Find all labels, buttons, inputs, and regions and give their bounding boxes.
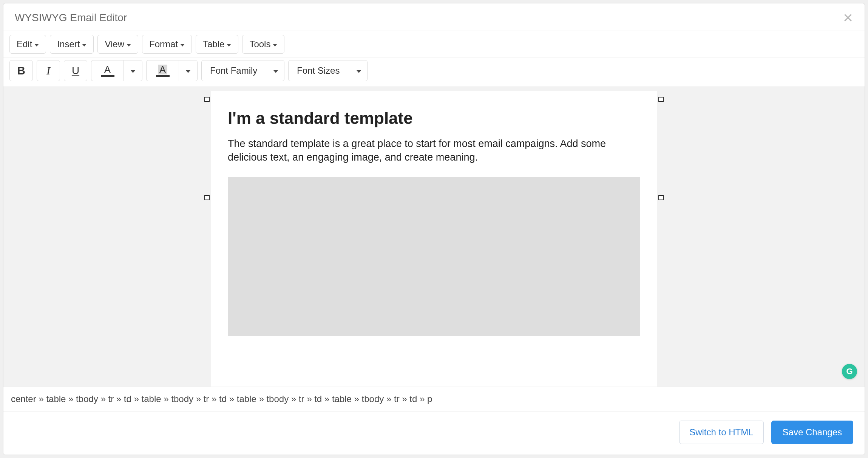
bg-color-icon: A bbox=[156, 65, 170, 77]
menu-table[interactable]: Table bbox=[196, 35, 238, 54]
text-color-icon: A bbox=[101, 65, 114, 77]
underline-icon: U bbox=[72, 65, 79, 77]
modal-header: WYSIWYG Email Editor bbox=[3, 3, 865, 31]
caret-down-icon bbox=[273, 44, 277, 46]
caret-down-icon bbox=[227, 44, 231, 46]
menu-edit-label: Edit bbox=[17, 39, 32, 50]
caret-down-icon bbox=[273, 70, 278, 73]
modal-title: WYSIWYG Email Editor bbox=[15, 12, 843, 24]
selection-handle-tl[interactable] bbox=[204, 97, 210, 102]
text-color-split: A bbox=[91, 60, 142, 81]
menu-edit[interactable]: Edit bbox=[9, 35, 46, 54]
close-icon bbox=[843, 13, 853, 23]
bg-color-dropdown[interactable] bbox=[179, 60, 198, 81]
menu-format[interactable]: Format bbox=[142, 35, 192, 54]
menu-view[interactable]: View bbox=[97, 35, 138, 54]
document-paragraph[interactable]: The standard template is a great place t… bbox=[228, 137, 640, 164]
bg-color-button[interactable]: A bbox=[146, 60, 179, 81]
selection-handle-bl[interactable] bbox=[204, 195, 210, 200]
menu-tools-label: Tools bbox=[249, 39, 270, 50]
selection-handle-br[interactable] bbox=[658, 195, 664, 200]
text-color-button[interactable]: A bbox=[91, 60, 124, 81]
bg-color-split: A bbox=[146, 60, 198, 81]
close-button[interactable] bbox=[843, 12, 853, 23]
editor-canvas[interactable]: I'm a standard template The standard tem… bbox=[3, 87, 865, 387]
font-family-label: Font Family bbox=[210, 65, 257, 76]
caret-down-icon bbox=[82, 44, 86, 46]
caret-down-icon bbox=[180, 44, 185, 46]
modal-footer: Switch to HTML Save Changes bbox=[3, 411, 865, 455]
menu-insert[interactable]: Insert bbox=[50, 35, 94, 54]
caret-down-icon bbox=[34, 44, 39, 46]
italic-button[interactable]: I bbox=[37, 60, 60, 81]
bold-button[interactable]: B bbox=[9, 60, 33, 81]
element-path-bar[interactable]: center » table » tbody » tr » td » table… bbox=[3, 387, 865, 411]
menu-insert-label: Insert bbox=[57, 39, 80, 50]
format-toolbar: B I U A A bbox=[3, 58, 865, 87]
menu-table-label: Table bbox=[203, 39, 224, 50]
caret-down-icon bbox=[357, 70, 361, 73]
menu-view-label: View bbox=[105, 39, 124, 50]
menubar: Edit Insert View Format Table Tools bbox=[3, 31, 865, 58]
grammarly-badge[interactable]: G bbox=[842, 364, 857, 379]
bold-icon: B bbox=[17, 64, 25, 77]
save-changes-button[interactable]: Save Changes bbox=[771, 421, 853, 444]
selection-handle-tr[interactable] bbox=[658, 97, 664, 102]
image-placeholder[interactable] bbox=[228, 177, 640, 336]
font-size-select[interactable]: Font Sizes bbox=[288, 60, 368, 81]
switch-to-html-button[interactable]: Switch to HTML bbox=[679, 421, 763, 444]
grammarly-icon: G bbox=[846, 367, 853, 376]
font-size-label: Font Sizes bbox=[297, 65, 340, 76]
email-document[interactable]: I'm a standard template The standard tem… bbox=[211, 91, 657, 387]
font-family-select[interactable]: Font Family bbox=[201, 60, 284, 81]
caret-down-icon bbox=[127, 44, 131, 46]
wysiwyg-editor-modal: WYSIWYG Email Editor Edit Insert View Fo… bbox=[3, 3, 865, 455]
caret-down-icon bbox=[131, 70, 135, 73]
text-color-dropdown[interactable] bbox=[124, 60, 142, 81]
menu-tools[interactable]: Tools bbox=[242, 35, 284, 54]
document-heading[interactable]: I'm a standard template bbox=[228, 109, 640, 128]
underline-button[interactable]: U bbox=[64, 60, 87, 81]
menu-format-label: Format bbox=[149, 39, 178, 50]
caret-down-icon bbox=[186, 70, 190, 73]
italic-icon: I bbox=[46, 64, 50, 77]
